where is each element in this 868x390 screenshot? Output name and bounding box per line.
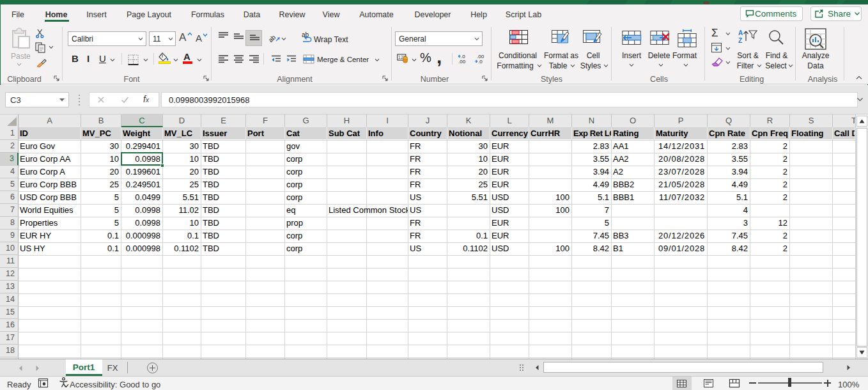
svg-text:.00: .00: [458, 59, 466, 65]
svg-text:A: A: [738, 29, 743, 36]
svg-text:Z: Z: [738, 37, 742, 44]
svg-text:.0: .0: [478, 59, 483, 65]
svg-text:ab: ab: [267, 33, 277, 43]
